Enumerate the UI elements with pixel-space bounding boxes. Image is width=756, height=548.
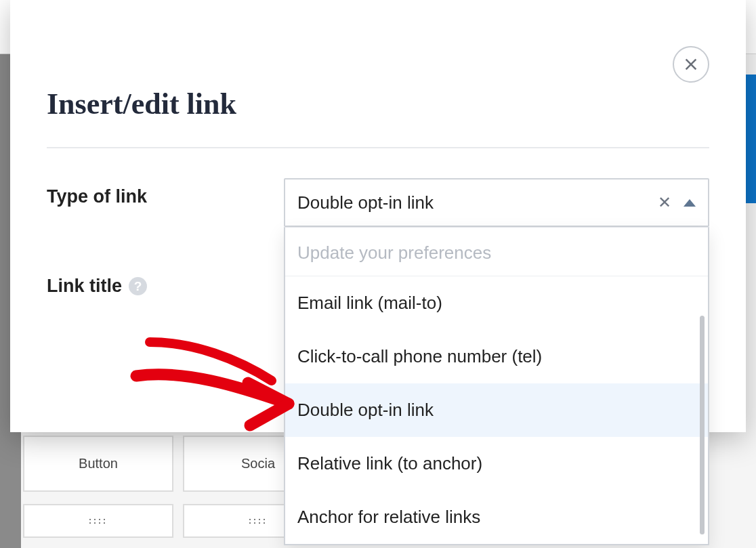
tile-label: Button — [79, 456, 118, 471]
select-current-value: Double opt-in link — [297, 192, 651, 213]
dropdown-option[interactable]: Anchor for relative links — [285, 490, 708, 544]
dropdown-option[interactable]: Click-to-call phone number (tel) — [285, 330, 708, 383]
blue-accent-strip — [745, 75, 756, 203]
dropdown-search-input[interactable]: Update your preferences — [285, 228, 708, 276]
clear-selection-icon[interactable]: ✕ — [651, 189, 678, 216]
close-icon — [684, 57, 698, 72]
tile-label: Socia — [241, 456, 275, 471]
select-dropdown: Update your preferences Email link (mail… — [284, 227, 709, 545]
select-input[interactable]: Double opt-in link ✕ — [284, 178, 709, 227]
label-text: Link title — [47, 276, 122, 297]
help-icon[interactable]: ? — [129, 277, 147, 295]
form-row-type-of-link: Type of link Double opt-in link ✕ Update… — [47, 178, 709, 227]
dropdown-scrollbar[interactable] — [700, 316, 705, 534]
element-tile-drag[interactable]: :::: — [23, 504, 173, 538]
insert-link-modal: Insert/edit link Type of link Double opt… — [10, 0, 746, 432]
dropdown-option[interactable]: Email link (mail-to) — [285, 276, 708, 330]
annotation-arrow — [129, 339, 299, 434]
drag-handle-icon: :::: — [89, 519, 108, 523]
field-label-type-of-link: Type of link — [47, 178, 284, 207]
caret-up-icon[interactable] — [684, 199, 696, 207]
divider — [47, 147, 709, 148]
close-button[interactable] — [673, 46, 709, 83]
field-label-link-title: Link title ? — [47, 268, 284, 297]
drag-handle-icon: :::: — [249, 519, 268, 523]
type-of-link-select[interactable]: Double opt-in link ✕ Update your prefere… — [284, 178, 709, 227]
modal-title: Insert/edit link — [47, 87, 709, 121]
dropdown-option[interactable]: Double opt-in link — [285, 383, 708, 437]
dropdown-option[interactable]: Relative link (to anchor) — [285, 437, 708, 490]
element-tile-button[interactable]: Button — [23, 436, 173, 492]
